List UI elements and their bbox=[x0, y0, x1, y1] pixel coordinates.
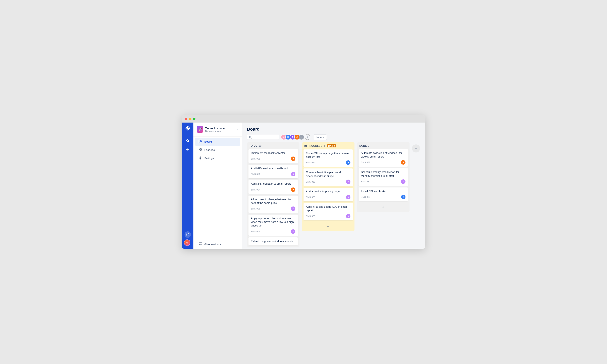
card-id: SMS-008 bbox=[251, 208, 260, 210]
svg-rect-6 bbox=[200, 148, 202, 149]
card-footer: SMS-0012 S bbox=[251, 229, 295, 234]
card-footer: SMS-039 S bbox=[306, 195, 350, 199]
card-sms-001[interactable]: Implement feedback collector SMS-001 J bbox=[249, 149, 298, 163]
card-footer: SMS-001 J bbox=[251, 156, 295, 161]
svg-rect-4 bbox=[200, 140, 202, 142]
card-avatar: S bbox=[401, 179, 406, 184]
board-icon bbox=[198, 140, 202, 143]
user-avatar[interactable]: U bbox=[184, 239, 190, 246]
project-info: Teams in space Software project bbox=[205, 127, 235, 132]
column-count-inprogress: 4 bbox=[324, 144, 325, 147]
card-title: Add NPS feedback to wallboard bbox=[251, 167, 295, 170]
card-sms-032[interactable]: Schedule weekly email report for Monday … bbox=[358, 168, 408, 186]
avatar-user-5[interactable]: K bbox=[299, 134, 304, 140]
nav-item-give-feedback[interactable]: Give feedback bbox=[195, 240, 240, 248]
label-filter[interactable]: Label ▾ bbox=[314, 134, 327, 140]
board-header: Board U H A J bbox=[242, 123, 425, 142]
max-badge: MAX 3 bbox=[327, 144, 336, 147]
card-id: SMS-032 bbox=[361, 180, 370, 183]
card-sms-008[interactable]: Allow users to change between two tiers … bbox=[249, 195, 298, 213]
card-title: Force SSL on any page that contains acco… bbox=[306, 152, 350, 159]
card-title: Schedule weekly email report for Monday … bbox=[361, 170, 406, 178]
card-footer: SMS-031 J bbox=[361, 160, 406, 165]
card-sms-0012[interactable]: Apply a prorated discount to a user when… bbox=[249, 215, 298, 236]
card-avatar: H bbox=[401, 195, 406, 199]
avatar-add-button[interactable]: + bbox=[305, 134, 310, 140]
column-title-inprogress: IN PROGRESS bbox=[304, 144, 322, 147]
column-todo: TO DO 29 Implement feedback collector SM… bbox=[247, 142, 300, 247]
maximize-button[interactable] bbox=[193, 118, 196, 120]
card-footer: SMS-033 H bbox=[361, 195, 406, 199]
column-done: DONE 3 Automate collection of feedback f… bbox=[357, 142, 409, 212]
card-avatar: S bbox=[291, 229, 295, 234]
card-id: SMS-029 bbox=[306, 161, 315, 164]
features-icon bbox=[198, 148, 202, 152]
app-body: ? U 🚀 Teams in space Software project ▾ bbox=[182, 123, 425, 249]
label-filter-chevron: ▾ bbox=[323, 136, 325, 139]
svg-rect-3 bbox=[199, 140, 200, 143]
project-type: Software project bbox=[205, 130, 235, 132]
column-header-inprogress: IN PROGRESS 4 MAX 3 bbox=[302, 142, 355, 149]
help-icon[interactable]: ? bbox=[185, 231, 191, 238]
card-id: SMS-039 bbox=[306, 196, 315, 198]
nav-item-settings[interactable]: Settings bbox=[195, 154, 240, 162]
card-title: Add link to app usage (GA) in email repo… bbox=[306, 205, 350, 212]
card-sms-033[interactable]: Install SSL certificate SMS-033 H bbox=[358, 187, 408, 201]
card-avatar: J bbox=[291, 156, 295, 161]
project-icon: 🚀 bbox=[197, 126, 203, 133]
app-logo[interactable] bbox=[185, 125, 191, 132]
card-avatar: S bbox=[291, 207, 295, 211]
card-sms-004[interactable]: Add NPS feedback to email report SMS-004… bbox=[249, 180, 298, 194]
column-count-todo: 29 bbox=[259, 144, 261, 147]
search-icon bbox=[249, 136, 252, 139]
sidebar-add-icon[interactable] bbox=[184, 146, 192, 154]
card-avatar: S bbox=[346, 195, 350, 199]
card-title: Add analytics to pricing page bbox=[306, 190, 350, 193]
card-sms-039[interactable]: Add analytics to pricing page SMS-039 S bbox=[304, 188, 353, 201]
add-card-done[interactable]: + bbox=[358, 204, 408, 211]
card-sms-029[interactable]: Force SSL on any page that contains acco… bbox=[304, 149, 353, 167]
nav-item-board[interactable]: Board bbox=[195, 138, 240, 146]
sidebar-search-icon[interactable] bbox=[184, 137, 192, 145]
card-title: Create subscription plans and discount c… bbox=[306, 170, 350, 178]
card-title: Extend the grace period to accounts bbox=[251, 239, 295, 243]
card-title: Add NPS feedback to email report bbox=[251, 182, 295, 186]
card-sms-0013[interactable]: Extend the grace period to accounts bbox=[249, 237, 298, 245]
search-box[interactable] bbox=[247, 135, 279, 140]
project-name: Teams in space bbox=[205, 127, 235, 130]
icon-sidebar: ? U bbox=[182, 123, 193, 249]
card-avatar: J bbox=[401, 160, 406, 165]
settings-icon bbox=[198, 156, 202, 160]
project-header[interactable]: 🚀 Teams in space Software project ▾ bbox=[193, 123, 242, 136]
board-title: Board bbox=[247, 127, 420, 132]
card-title: Install SSL certificate bbox=[361, 190, 406, 193]
card-footer: SMS-004 J bbox=[251, 187, 295, 192]
card-id: SMS-0012 bbox=[251, 230, 261, 233]
project-chevron-icon[interactable]: ▾ bbox=[237, 128, 238, 131]
card-sms-031[interactable]: Automate collection of feedback for week… bbox=[358, 149, 408, 167]
minimize-button[interactable] bbox=[189, 118, 191, 120]
card-footer: SMS-029 H bbox=[306, 160, 350, 165]
card-sms-011[interactable]: Add NPS feedback to wallboard SMS-011 S bbox=[249, 165, 298, 178]
card-sms-035b[interactable]: Add link to app usage (GA) in email repo… bbox=[304, 203, 353, 221]
close-button[interactable] bbox=[185, 118, 187, 120]
board-label: Board bbox=[204, 140, 212, 143]
nav-item-features[interactable]: Features bbox=[195, 146, 240, 154]
board-columns: TO DO 29 Implement feedback collector SM… bbox=[242, 142, 425, 249]
card-title: Implement feedback collector bbox=[251, 151, 295, 155]
add-column-button[interactable]: + bbox=[412, 144, 420, 153]
svg-rect-7 bbox=[199, 150, 200, 151]
card-id: SMS-031 bbox=[361, 161, 370, 164]
column-header-todo: TO DO 29 bbox=[247, 142, 300, 149]
column-count-done: 3 bbox=[368, 144, 369, 147]
column-header-done: DONE 3 bbox=[357, 142, 409, 149]
column-inprogress: IN PROGRESS 4 MAX 3 Force SSL on any pag… bbox=[302, 142, 355, 231]
icon-sidebar-bottom: ? U bbox=[185, 231, 191, 246]
add-card-inprogress[interactable]: + bbox=[304, 223, 353, 230]
card-id: SMS-004 bbox=[251, 188, 260, 191]
label-filter-text: Label bbox=[316, 136, 322, 139]
card-sms-035[interactable]: Create subscription plans and discount c… bbox=[304, 169, 353, 186]
titlebar bbox=[182, 115, 425, 123]
column-cards-todo: Implement feedback collector SMS-001 J A… bbox=[247, 149, 300, 247]
card-avatar: J bbox=[291, 187, 295, 192]
